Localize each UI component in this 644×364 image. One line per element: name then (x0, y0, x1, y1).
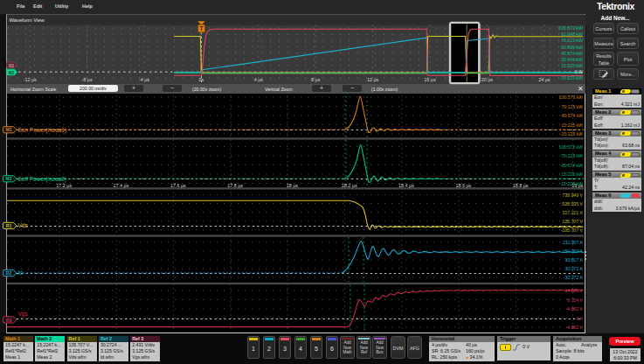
svg-text:30.272 A: 30.272 A (565, 266, 584, 271)
svg-text:17.2 µs: 17.2 µs (56, 183, 72, 188)
svg-text:-15.225 kW: -15.225 kW (559, 181, 583, 186)
svg-text:R3: R3 (6, 318, 12, 323)
svg-text:18.6 µs: 18.6 µs (455, 183, 471, 188)
svg-text:91.348 kW: 91.348 kW (561, 32, 583, 37)
svg-text:14.586 V: 14.586 V (564, 288, 583, 293)
svg-text:16 µs: 16 µs (424, 77, 436, 82)
svg-text:4 µs: 4 µs (254, 77, 264, 82)
svg-text:106.573 kW: 106.573 kW (558, 94, 583, 100)
svg-text:317.121 V: 317.121 V (562, 210, 583, 215)
svg-text:T: T (200, 25, 204, 32)
svg-text:24 µs: 24 µs (538, 77, 551, 82)
svg-text:45.674 kW: 45.674 kW (561, 163, 583, 168)
svg-text:Id: Id (18, 270, 24, 276)
svg-text:90.817 A: 90.817 A (565, 257, 584, 262)
svg-text:12 µs: 12 µs (367, 77, 379, 82)
svg-text:45.674 kW: 45.674 kW (561, 51, 583, 56)
svg-text:76.123 kW: 76.123 kW (561, 104, 583, 109)
svg-text:18.8 µs: 18.8 µs (513, 183, 529, 188)
svg-text:15.225 kW: 15.225 kW (561, 122, 583, 128)
svg-text:-105.707 V: -105.707 V (561, 228, 584, 233)
svg-text:106.573 kW: 106.573 kW (558, 144, 583, 150)
svg-text:9.724 V: 9.724 V (567, 298, 583, 303)
svg-text:18.2 µs: 18.2 µs (342, 183, 357, 188)
svg-text:45.674 kW: 45.674 kW (561, 113, 583, 118)
svg-text:Vgs: Vgs (18, 311, 29, 318)
svg-text:Eon Power(meas1): Eon Power(meas1) (18, 127, 67, 134)
svg-text:-4.862 V: -4.862 V (565, 325, 583, 330)
svg-text:-15.225 kW: -15.225 kW (559, 131, 583, 136)
svg-text:M1: M1 (6, 127, 12, 132)
svg-text:151.362 A: 151.362 A (563, 248, 584, 254)
svg-text:-12 µs: -12 µs (24, 77, 37, 82)
svg-text:15.225 kW: 15.225 kW (561, 63, 583, 68)
svg-text:0 W: 0 W (575, 69, 583, 74)
svg-text:0s: 0s (199, 77, 204, 82)
svg-text:17.8 µs: 17.8 µs (227, 183, 243, 188)
svg-text:M2: M2 (9, 71, 15, 75)
svg-text:76.123 kW: 76.123 kW (561, 38, 583, 43)
svg-text:8 µs: 8 µs (311, 77, 321, 82)
svg-text:-30.272 A: -30.272 A (564, 275, 584, 280)
svg-text:-4 µs: -4 µs (139, 77, 149, 82)
svg-text:60.899 kW: 60.899 kW (561, 45, 583, 50)
svg-text:528.535 V: 528.535 V (562, 201, 583, 206)
svg-text:-8 µs: -8 µs (82, 77, 93, 82)
svg-text:Eoff Power(meas2): Eoff Power(meas2) (18, 176, 67, 183)
svg-text:Vds: Vds (18, 222, 29, 228)
svg-text:17.4 µs: 17.4 µs (114, 183, 129, 188)
svg-text:18 µs: 18 µs (287, 183, 299, 188)
svg-text:211.907 A: 211.907 A (563, 240, 584, 245)
svg-text:R3: R3 (9, 64, 14, 68)
svg-text:105.707 V: 105.707 V (562, 219, 583, 224)
svg-text:17.6 µs: 17.6 µs (170, 183, 186, 188)
svg-text:18.4 µs: 18.4 µs (398, 183, 414, 188)
svg-text:M2: M2 (6, 176, 12, 181)
svg-text:0 V: 0 V (576, 316, 583, 321)
svg-text:4.862 V: 4.862 V (567, 306, 583, 312)
svg-text:15.225 kW: 15.225 kW (561, 172, 583, 177)
svg-text:739.949 V: 739.949 V (562, 192, 583, 198)
svg-text:20 µs: 20 µs (481, 77, 494, 82)
svg-text:106.573 kW: 106.573 kW (558, 25, 583, 31)
svg-text:R2: R2 (6, 270, 12, 276)
svg-text:-15.225 kW: -15.225 kW (559, 75, 583, 80)
svg-text:30.449 kW: 30.449 kW (561, 57, 583, 62)
svg-text:R1: R1 (6, 223, 12, 228)
svg-text:76.123 kW: 76.123 kW (561, 153, 583, 158)
